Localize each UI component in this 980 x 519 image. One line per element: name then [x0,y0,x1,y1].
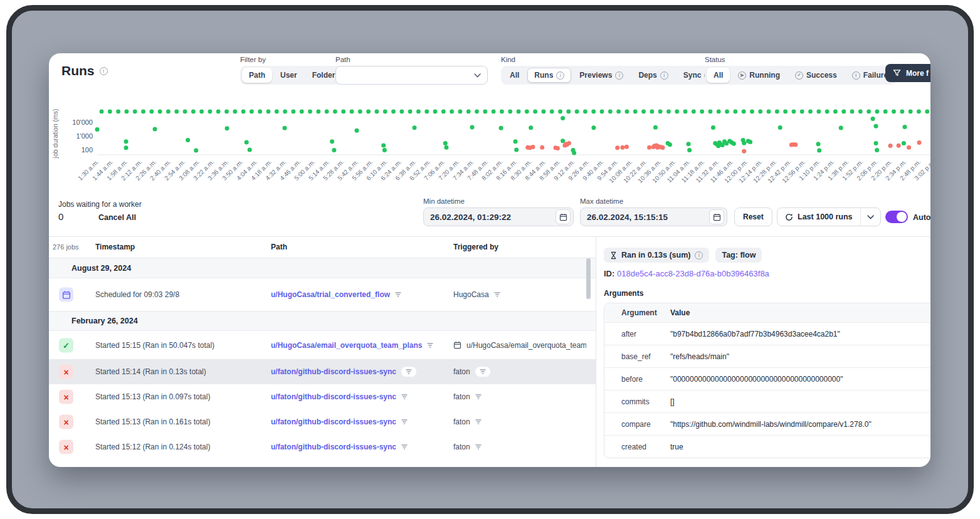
run-row[interactable]: × Started 15:13 (Ran in 0.097s total) u/… [49,384,596,409]
filter-funnel-icon[interactable] [427,342,433,349]
refresh-icon [785,213,793,221]
filter-funnel-icon[interactable] [475,394,482,400]
run-detail-badges: Ran in 0.13s (sum) i Tag: flow [604,248,762,263]
run-path-link[interactable]: u/faton/github-discord-issues-sync [271,367,396,376]
calendar-icon [62,290,71,299]
svg-text:1'000: 1'000 [76,132,93,140]
status-success-button[interactable]: ✓Success [788,68,844,83]
jobs-waiting-label: Jobs waiting for a worker [58,200,142,209]
calendar-button[interactable] [556,209,571,224]
run-path-link[interactable]: u/faton/github-discord-issues-sync [271,417,396,426]
info-icon: i [615,71,623,80]
duration-badge: Ran in 0.13s (sum) i [604,248,709,263]
info-icon: i [556,71,564,80]
run-timestamp: Started 15:13 (Ran in 0.161s total) [95,417,210,426]
filter-funnel-icon [480,369,486,375]
date-group-header: February 26, 2024 [49,311,596,331]
run-id-value[interactable]: 018de5c4-acc8-23d8-d76a-b0b396463f8a [617,269,769,278]
jobs-waiting-count: 0 [58,211,63,222]
run-row-selected[interactable]: × Started 15:14 (Ran in 0.13s total) u/f… [49,359,596,384]
list-scrollbar[interactable] [586,258,591,299]
calendar-icon [453,341,461,349]
min-datetime-label: Min datetime [423,197,574,205]
status-filter-group: Status All ▶Running ✓Success !Failure [705,56,897,85]
cancel-all-button[interactable]: Cancel All [98,213,136,222]
run-path-link[interactable]: u/HugoCasa/email_overquota_team_plans [271,341,422,350]
path-filter-group: Path [335,56,488,85]
scheduled-badge [59,288,73,302]
runs-list: August 29, 2024 Scheduled for 09:03 29/8… [49,258,596,459]
run-timestamp: Started 15:15 (Ran in 50.047s total) [95,341,214,350]
filter-funnel-pill[interactable] [475,367,490,377]
filter-funnel-icon[interactable] [401,444,408,450]
svg-text:100: 100 [82,146,93,154]
status-label: Status [705,56,897,63]
run-path-link[interactable]: u/faton/github-discord-issues-sync [271,392,396,401]
column-triggered-by: Triggered by [453,243,498,251]
filter-funnel-icon[interactable] [395,291,401,298]
run-path-link[interactable]: u/faton/github-discord-issues-sync [271,443,396,451]
status-all-button[interactable]: All [707,68,730,83]
filter-funnel-icon[interactable] [401,394,408,400]
filter-funnel-icon[interactable] [475,419,482,425]
column-value: Value [670,308,930,317]
filter-funnel-icon[interactable] [401,419,408,425]
kind-deps-button[interactable]: Depsi [631,68,675,83]
alert-circle-icon: ! [852,71,860,80]
run-triggered-by: faton [453,443,470,451]
argument-row: created true [604,435,930,458]
auto-refresh-toggle[interactable] [885,211,908,223]
kind-previews-button[interactable]: Previewsi [572,68,630,83]
app-window: Runs i Filter by Path User Folder Path K… [49,53,930,467]
more-filters-button[interactable]: More f [885,64,930,82]
column-timestamp: Timestamp [95,243,135,251]
info-icon: i [695,251,703,260]
arguments-table: Argument Value after "b97b4bd12866a0b7ad… [604,303,930,458]
run-row[interactable]: × Started 15:13 (Ran in 0.161s total) u/… [49,409,596,434]
run-triggered-by: faton [453,367,470,376]
filter-funnel-icon[interactable] [475,444,482,450]
argument-row: base_ref "refs/heads/main" [604,345,930,367]
filter-funnel-icon [406,369,412,375]
path-filter-label: Path [335,56,488,63]
runs-chart[interactable]: job duration (ms)10'0001'0001001:30 a.m.… [49,99,930,198]
filter-funnel-pill[interactable] [401,367,416,377]
column-argument: Argument [604,308,670,317]
max-datetime-group: Max datetime 26.02.2024, 15:15:15 [580,197,727,226]
min-datetime-input[interactable]: 26.02.2024, 01:29:22 [423,207,574,226]
max-datetime-input[interactable]: 26.02.2024, 15:15:15 [580,207,727,226]
play-circle-icon: ▶ [738,71,746,80]
last-runs-dropdown[interactable] [860,208,880,226]
run-row[interactable]: Scheduled for 09:03 29/8 u/HugoCasa/tria… [49,278,596,311]
reset-button[interactable]: Reset [734,207,772,226]
run-timestamp: Started 15:14 (Ran in 0.13s total) [95,367,206,376]
calendar-button[interactable] [709,209,724,224]
kind-runs-button[interactable]: Runsi [527,68,571,83]
filter-funnel-icon[interactable] [494,291,500,298]
run-row[interactable]: × Started 15:12 (Ran in 0.124s total) u/… [49,434,596,459]
filter-by-path-button[interactable]: Path [242,68,272,83]
status-running-button[interactable]: ▶Running [731,68,787,83]
success-badge: ✓ [59,338,73,352]
page-title: Runs i [61,63,108,78]
filter-by-user-button[interactable]: User [273,68,304,83]
run-triggered-by: HugoCasa [453,290,489,299]
run-path-link[interactable]: u/HugoCasa/trial_converted_flow [271,290,390,299]
last-runs-button[interactable]: Last 1000 runs [777,207,881,226]
page-title-text: Runs [61,63,95,78]
svg-text:job duration (ms): job duration (ms) [51,109,59,159]
svg-text:10'000: 10'000 [72,118,93,126]
arguments-title: Arguments [604,289,643,298]
run-timestamp: Scheduled for 09:03 29/8 [95,290,179,299]
kind-all-button[interactable]: All [503,68,526,83]
run-row[interactable]: ✓ Started 15:15 (Ran in 50.047s total) u… [49,331,596,359]
path-select[interactable] [335,66,488,85]
failure-badge: × [59,440,73,454]
min-datetime-group: Min datetime 26.02.2024, 01:29:22 [423,197,574,226]
argument-row: compare "https://github.com/windmill-lab… [604,412,930,435]
info-icon: i [100,67,108,75]
kind-label: Kind [501,56,721,63]
argument-row: after "b97b4bd12866a0b7adf77b3b4963d3ace… [604,322,930,345]
chevron-down-icon [867,215,874,219]
funnel-icon [893,69,901,77]
